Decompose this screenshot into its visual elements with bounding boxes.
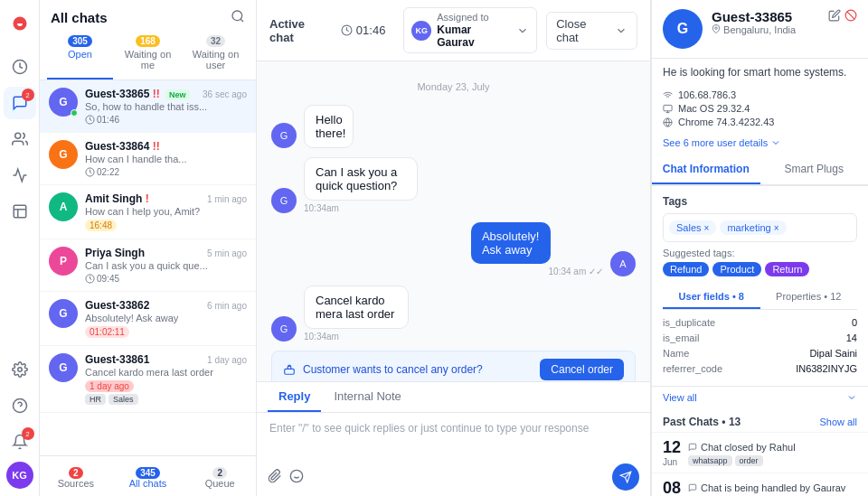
user-fields-tab[interactable]: User fields • 8 <box>663 285 760 309</box>
remove-sales-tag[interactable]: × <box>704 223 710 233</box>
close-chat-button[interactable]: Close chat <box>546 12 637 50</box>
chat-item[interactable]: G Guest-33861 1 day ago Cancel kardo mer… <box>40 346 256 413</box>
see-more-text: See 6 more user details <box>663 137 768 148</box>
tab-open[interactable]: 305 Open <box>47 32 113 80</box>
chat-list-panel: All chats 305 Open 168 Waiting on me 32 … <box>40 0 257 496</box>
chat-item-content: Guest-33864 !! How can I handle tha... 0… <box>85 140 247 177</box>
suggested-product-tag[interactable]: Product <box>712 262 761 276</box>
bottom-tab-queue[interactable]: 2 Queue <box>184 463 256 492</box>
assigned-avatar: KG <box>411 21 431 41</box>
user-avatar[interactable]: KG <box>6 462 33 489</box>
campaigns-icon[interactable] <box>4 159 36 192</box>
bottom-tab-sources[interactable]: 2 Sources <box>40 463 112 492</box>
prop-row: Name Dipal Saini <box>663 348 857 359</box>
tag-chip-sales: Sales × <box>669 220 716 235</box>
message-bubble: Cancel kardo mera last order <box>304 285 409 329</box>
chat-item[interactable]: G Guest-33865 !! New 36 sec ago So, how … <box>40 80 256 133</box>
chat-item-content: Amit Singh ! 1 min ago How can I help yo… <box>85 192 247 231</box>
past-date-num: 12 <box>663 438 681 456</box>
suggested-refund-tag[interactable]: Refund <box>663 262 709 276</box>
tab-waiting-user[interactable]: 32 Waiting on user <box>183 32 249 80</box>
remove-marketing-tag[interactable]: × <box>774 223 779 233</box>
properties-tab[interactable]: Properties • 12 <box>760 285 858 309</box>
prop-row: is_duplicate 0 <box>663 317 857 328</box>
internal-note-tab[interactable]: Internal Note <box>323 382 411 412</box>
chat-item-name: Guest-33864 !! <box>85 140 160 153</box>
prop-key: Name <box>663 348 689 359</box>
attachment-icon[interactable] <box>268 469 282 486</box>
contacts-icon[interactable] <box>4 123 36 155</box>
tab-smart-plugs[interactable]: Smart Plugs <box>760 155 869 184</box>
logo-icon[interactable] <box>4 7 36 40</box>
chat-item-name: Guest-33862 <box>85 299 149 312</box>
tags-section: Tags Sales × marketing × Suggested tags:… <box>652 186 868 285</box>
chat-items: G Guest-33865 !! New 36 sec ago So, how … <box>40 80 256 455</box>
svg-point-4 <box>17 368 22 372</box>
block-icon[interactable] <box>844 9 857 24</box>
tags-input[interactable]: Sales × marketing × <box>663 213 857 242</box>
past-chat-item[interactable]: 12 Jun Chat closed by Rahul whatsapp ord… <box>652 432 868 473</box>
tab-waiting-me[interactable]: 168 Waiting on me <box>115 32 181 80</box>
chat-bubble-icon <box>688 443 697 452</box>
send-button[interactable] <box>612 463 639 491</box>
chevron-down-icon <box>770 137 781 148</box>
sidebar: 2 2 KG <box>0 0 40 496</box>
svg-point-7 <box>232 11 242 21</box>
clock-icon[interactable] <box>4 51 36 83</box>
chat-item[interactable]: A Amit Singh ! 1 min ago How can I help … <box>40 185 256 239</box>
message-row: G Cancel kardo mera last order 10:34am <box>271 285 636 342</box>
avatar: G <box>49 140 78 169</box>
timer-badge: 16:48 <box>85 220 117 231</box>
tab-waiting-me-label: Waiting on me <box>125 49 172 70</box>
tag-pill: Sales <box>108 394 138 405</box>
suggested-return-tag[interactable]: Return <box>765 262 809 276</box>
assigned-to-box[interactable]: KG Assigned to Kumar Gaurav <box>403 7 537 53</box>
panel-tabs: Chat Information Smart Plugs <box>652 155 868 186</box>
chat-item-message: How can I help you, Amit? <box>85 206 247 217</box>
cancel-order-button[interactable]: Cancel order <box>540 359 624 380</box>
past-chat-date: 12 Jun Chat closed by Rahul whatsapp ord… <box>663 438 857 467</box>
chat-icon[interactable]: 2 <box>4 87 36 119</box>
guest-header: G Guest-33865 Bengaluru, India <box>652 0 868 59</box>
timer-badge: 1 day ago <box>85 380 134 392</box>
close-chat-label: Close chat <box>556 17 611 44</box>
chat-tags: HR Sales <box>85 394 247 405</box>
message-bubble: Absolutely! Ask away <box>471 222 551 264</box>
edit-icon[interactable] <box>828 9 841 24</box>
tag-pill: HR <box>85 394 106 405</box>
bottom-tab-all-chats[interactable]: 345 All chats <box>112 463 184 492</box>
props-tabs: User fields • 8 Properties • 12 <box>663 285 857 310</box>
show-all-button[interactable]: Show all <box>819 416 857 427</box>
past-chat-date: 08 Jun Chat is being handled by Gaurav w… <box>663 479 857 496</box>
all-chats-label: All chats <box>112 478 184 489</box>
guest-location-text: Bengaluru, India <box>723 24 796 35</box>
chat-item-name: Priya Singh <box>85 247 145 259</box>
new-badge: New <box>165 89 190 100</box>
view-all-button[interactable]: View all <box>652 386 868 408</box>
online-indicator <box>71 109 78 117</box>
chat-item[interactable]: G Guest-33864 !! How can I handle tha...… <box>40 133 256 185</box>
tab-chat-information[interactable]: Chat Information <box>652 155 760 184</box>
wifi-icon <box>663 90 673 100</box>
past-chat-item[interactable]: 08 Jun Chat is being handled by Gaurav w… <box>652 473 868 496</box>
see-more-details[interactable]: See 6 more user details <box>652 134 868 155</box>
search-icon[interactable] <box>231 9 245 26</box>
settings-icon[interactable] <box>4 353 36 386</box>
chat-item-content: Guest-33862 6 min ago Absolutely! Ask aw… <box>85 299 247 338</box>
emoji-icon[interactable] <box>289 469 304 486</box>
help-icon[interactable] <box>4 389 36 422</box>
past-tag: order <box>735 455 763 466</box>
assigned-info: Assigned to Kumar Gaurav <box>437 12 511 49</box>
reports-icon[interactable] <box>4 195 36 228</box>
message-avatar: G <box>271 316 297 342</box>
tab-waiting-user-label: Waiting on user <box>193 49 240 70</box>
reply-tab[interactable]: Reply <box>268 382 321 412</box>
chat-item[interactable]: G Guest-33862 6 min ago Absolutely! Ask … <box>40 292 256 346</box>
waiting-me-badge: 168 <box>136 35 160 47</box>
prop-val: IN6382INYJG <box>796 363 857 374</box>
message-bubble: Hello there! <box>304 105 354 148</box>
reply-input[interactable]: Enter "/" to see quick replies or just c… <box>257 413 650 458</box>
chat-item[interactable]: P Priya Singh 5 min ago Can I ask you a … <box>40 239 256 292</box>
guest-ip: 106.68.786.3 <box>663 89 857 100</box>
notifications-icon[interactable]: 2 <box>4 426 36 458</box>
